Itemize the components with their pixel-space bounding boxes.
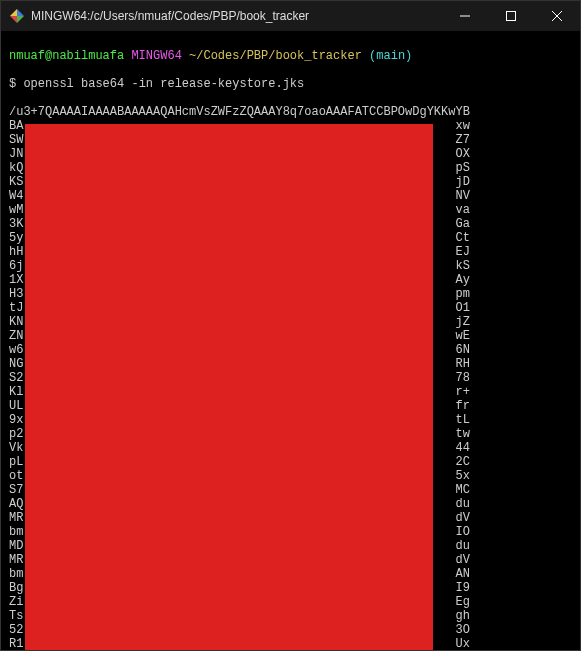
user-host: nmuaf@nabilmuafa xyxy=(9,49,124,63)
maximize-button[interactable] xyxy=(488,1,534,31)
svg-marker-3 xyxy=(10,16,17,23)
command-text: openssl base64 -in release-keystore.jks xyxy=(23,77,304,91)
command-line: $ openssl base64 -in release-keystore.jk… xyxy=(9,77,572,91)
window-controls xyxy=(442,1,580,31)
shell-name: MINGW64 xyxy=(131,49,181,63)
minimize-button[interactable] xyxy=(442,1,488,31)
prompt-line: nmuaf@nabilmuafa MINGW64 ~/Codes/PBP/boo… xyxy=(9,49,572,63)
mingw-icon xyxy=(9,8,25,24)
close-button[interactable] xyxy=(534,1,580,31)
output-line: /u3+7QAAAAIAAAABAAAAAQAHcmVsZWFzZQAAAY8q… xyxy=(9,105,572,119)
git-branch: (main) xyxy=(369,49,412,63)
cwd: ~/Codes/PBP/book_tracker xyxy=(189,49,362,63)
svg-marker-4 xyxy=(17,16,24,23)
redaction-overlay xyxy=(25,124,433,651)
window-title: MINGW64:/c/Users/nmuaf/Codes/PBP/book_tr… xyxy=(31,9,309,23)
svg-rect-6 xyxy=(507,12,516,21)
svg-marker-2 xyxy=(10,9,17,16)
titlebar-left: MINGW64:/c/Users/nmuaf/Codes/PBP/book_tr… xyxy=(9,8,309,24)
svg-marker-1 xyxy=(17,9,24,16)
terminal-body[interactable]: nmuaf@nabilmuafa MINGW64 ~/Codes/PBP/boo… xyxy=(1,31,580,651)
titlebar: MINGW64:/c/Users/nmuaf/Codes/PBP/book_tr… xyxy=(1,1,580,31)
prompt-symbol: $ xyxy=(9,77,16,91)
